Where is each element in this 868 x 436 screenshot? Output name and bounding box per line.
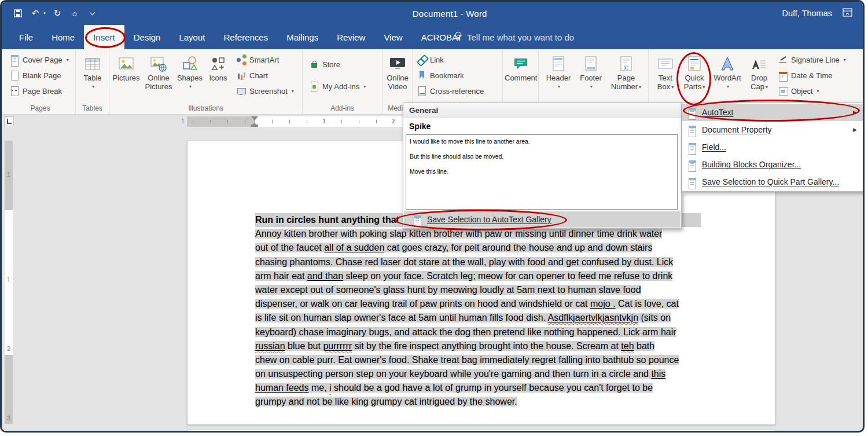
dropdown-arrow-icon: ▾ <box>703 85 705 90</box>
wordart-button[interactable]: WordArt ▾ <box>710 50 745 101</box>
ribbon-group-tables: Table ▾ Tables <box>76 49 109 114</box>
ribbon-tabs: FileHomeInsertDesignLayoutReferencesMail… <box>2 25 863 49</box>
dropdown-arrow-icon: ▾ <box>671 85 674 90</box>
shapes-icon <box>175 50 204 74</box>
pictures-button[interactable]: Pictures <box>111 50 142 101</box>
text-box-button[interactable]: TextBox▾ <box>652 50 679 101</box>
field-icon <box>687 142 697 152</box>
header-icon <box>542 50 575 74</box>
autotext-entry-preview[interactable]: I would like to move this line to anothe… <box>406 134 678 210</box>
cross-reference-button[interactable]: Cross-reference <box>415 84 486 98</box>
quick-parts-button[interactable]: QuickParts▾ <box>680 50 709 101</box>
page-number-icon <box>607 50 645 74</box>
doc-text-line: on unsuspecting person step on your keyb… <box>255 367 712 381</box>
vertical-ruler[interactable]: 1 1 2 3 <box>3 129 14 431</box>
footer-button[interactable]: Footer ▾ <box>576 50 606 101</box>
ruler-number: 3 <box>3 415 14 422</box>
tab-design[interactable]: Design <box>124 25 170 49</box>
preview-line: But this line should also be moved. <box>410 153 674 160</box>
submenu-arrow-icon: ▶ <box>853 109 857 115</box>
signature-line-icon <box>778 54 788 65</box>
doc-text-line: arm hair eat and than sleep on your face… <box>255 269 712 283</box>
smartart-button[interactable]: SmartArt <box>234 53 281 67</box>
screenshot-button[interactable]: Screenshot▾ <box>234 84 296 98</box>
store-button[interactable]: Store <box>307 57 342 71</box>
date-time-button[interactable]: Date & Time <box>776 68 834 82</box>
doc-text-line: Annoy kitten brother with poking slap ki… <box>255 227 712 241</box>
user-name: Duff, Thomas <box>782 9 832 18</box>
comment-button[interactable]: Comment <box>505 50 537 101</box>
header-button[interactable]: Header ▾ <box>542 50 575 101</box>
menu-item-label: Field... <box>702 142 726 152</box>
doc-text-line: is life sit on human slap owner's face a… <box>255 311 712 325</box>
tab-layout[interactable]: Layout <box>170 25 214 49</box>
window-title: Document1 - Word <box>117 9 782 19</box>
ruler-number: 2 <box>3 345 14 352</box>
group-label-illustrations: Illustrations <box>109 104 302 112</box>
menu-item-field[interactable]: Field... <box>682 138 863 156</box>
dropdown-arrow-icon: ▾ <box>92 84 94 89</box>
ruler-number: 1 <box>3 171 14 178</box>
doc-text-line: dispenser, or walk on car leaving trail … <box>255 297 712 311</box>
shapes-button[interactable]: Shapes ▾ <box>175 50 204 101</box>
tab-mailings[interactable]: Mailings <box>277 25 328 49</box>
ruler-text-zone <box>5 210 13 355</box>
tab-insert[interactable]: Insert <box>84 25 124 49</box>
page-number-button[interactable]: PageNumber▾ <box>607 50 645 101</box>
customize-qat-icon[interactable] <box>85 6 99 20</box>
bookmark-button[interactable]: Bookmark <box>415 68 466 82</box>
menu-item-document-property[interactable]: Document Property▶ <box>682 121 863 138</box>
cross-reference-icon <box>417 86 427 96</box>
online-video-button[interactable]: OnlineVideo <box>383 50 412 101</box>
ruler-number: 1 <box>179 118 187 124</box>
tab-review[interactable]: Review <box>328 25 374 49</box>
save-selection-to-autotext-gallery-item[interactable]: Save Selection to AutoText Gallery <box>404 211 681 228</box>
tab-label: Layout <box>179 32 205 42</box>
menu-item-save-selection-to-quick-part-gallery[interactable]: Save Selection to Quick Part Gallery... <box>682 173 863 190</box>
ribbon-display-options-icon[interactable] <box>843 8 852 19</box>
my-addins-icon <box>309 81 319 91</box>
drop-cap-button[interactable]: DropCap▾ <box>746 50 773 101</box>
menu-item-autotext[interactable]: AutoText▶ <box>682 104 863 121</box>
menu-item-label: AutoText <box>702 108 733 117</box>
undo-icon[interactable]: ↶ <box>28 6 42 20</box>
chart-button[interactable]: Chart <box>234 68 270 82</box>
page-break-button[interactable]: Page Break <box>8 84 64 98</box>
blank-page-button[interactable]: Blank Page <box>8 68 63 82</box>
pictures-icon <box>111 50 142 74</box>
my-addins-button[interactable]: My Add-ins▾ <box>307 79 367 93</box>
dropdown-arrow-icon: ▾ <box>639 85 641 90</box>
word-window: ↶ ▾ ↻ ○ Document1 - Word Duff, Thomas Fi… <box>0 0 865 433</box>
icons-button[interactable]: Icons <box>204 50 232 101</box>
redo-icon[interactable]: ↻ <box>50 6 64 20</box>
object-button[interactable]: Object▾ <box>776 84 821 98</box>
link-icon <box>417 54 427 65</box>
autotext-gallery-panel: General Spike I would like to move this … <box>403 102 682 229</box>
tab-home[interactable]: Home <box>42 25 84 49</box>
menu-item-label: Document Property <box>702 125 772 134</box>
online-pictures-button[interactable]: OnlinePictures <box>142 50 175 101</box>
circle-icon[interactable]: ○ <box>68 6 82 20</box>
doc-text-line: grumpy and not be like king grumpy cat i… <box>255 395 712 409</box>
tell-me-box[interactable]: Tell me what you want to do <box>454 25 574 49</box>
undo-dropdown-icon[interactable]: ▾ <box>42 6 47 20</box>
document-property-icon <box>687 125 697 135</box>
menu-item-building-blocks-organizer[interactable]: Building Blocks Organizer... <box>682 156 863 173</box>
tab-view[interactable]: View <box>374 25 411 49</box>
tab-label: View <box>384 32 402 42</box>
tab-references[interactable]: References <box>214 25 277 49</box>
store-icon <box>309 59 319 69</box>
ribbon-group-pages: Cover Page▾ Blank Page Page Break Pages <box>5 49 76 114</box>
cover-page-button[interactable]: Cover Page▾ <box>8 53 71 67</box>
quick-parts-icon <box>680 50 709 74</box>
link-button[interactable]: Link <box>415 53 446 67</box>
table-button[interactable]: Table ▾ <box>77 50 108 101</box>
left-indent-marker[interactable] <box>251 124 258 127</box>
tab-file[interactable]: File <box>10 25 42 49</box>
save-icon[interactable] <box>11 6 25 20</box>
page-break-icon <box>9 86 20 96</box>
doc-text-line: water except out of someone's glass hunt… <box>255 283 712 297</box>
signature-line-button[interactable]: Signature Line▾ <box>776 53 848 67</box>
tab-label: Mailings <box>286 32 318 42</box>
tab-selector[interactable] <box>4 116 14 126</box>
